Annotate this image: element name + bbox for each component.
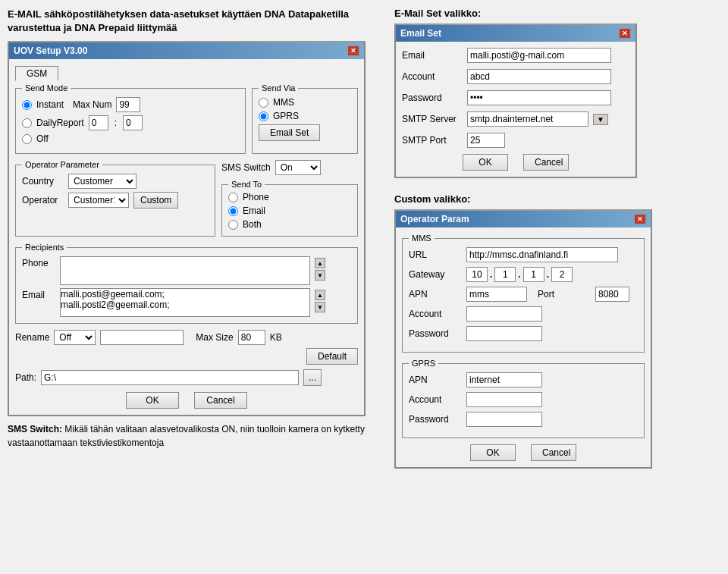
email-account-input[interactable] — [467, 69, 611, 84]
gprs-password-input[interactable] — [466, 412, 542, 427]
browse-button[interactable]: ... — [303, 369, 322, 386]
gprs-account-input[interactable] — [466, 392, 542, 407]
country-row: Country Customer — [22, 174, 209, 189]
url-label: URL — [409, 249, 462, 260]
recipients-email-row: Email ▲ ▼ — [22, 288, 351, 317]
phone-sendto-label: Phone — [243, 192, 269, 202]
port-label: Port — [538, 289, 591, 300]
off-radio[interactable] — [22, 134, 32, 144]
email-password-row: Password — [402, 90, 629, 105]
custom-section-title: Custom valikko: — [394, 193, 720, 205]
mms-row: MMS — [259, 97, 351, 108]
email-textarea[interactable] — [60, 288, 310, 317]
custom-button[interactable]: Custom — [133, 192, 178, 209]
custom-buttons: OK Cancel — [402, 444, 645, 461]
max-num-input[interactable] — [116, 97, 140, 112]
email-account-label: Account — [402, 71, 463, 82]
gprs-password-label: Password — [409, 414, 462, 425]
custom-password-row: Password — [409, 326, 638, 341]
apn-input[interactable] — [466, 287, 527, 302]
smtp-server-input[interactable] — [467, 111, 588, 127]
sms-switch-label: SMS Switch — [221, 162, 271, 173]
gateway-4-input[interactable] — [551, 267, 573, 282]
close-button[interactable]: ✕ — [347, 45, 359, 56]
email-set-close[interactable]: ✕ — [619, 28, 631, 39]
phone-radio[interactable] — [228, 193, 238, 202]
email-recipients-label: Email — [22, 290, 55, 300]
rename-input[interactable] — [100, 330, 184, 345]
custom-account-row: Account — [409, 306, 638, 322]
time-colon: : — [115, 118, 117, 128]
email-set-titlebar: Email Set ✕ — [396, 25, 635, 42]
smtp-dropdown-icon[interactable]: ▼ — [593, 114, 608, 125]
cancel-button[interactable]: Cancel — [194, 392, 247, 409]
email-email-input[interactable] — [467, 48, 611, 63]
path-input[interactable] — [41, 370, 299, 385]
scroll-down-icon[interactable]: ▼ — [315, 270, 325, 281]
gprs-row: GPRS — [259, 111, 351, 121]
gprs-apn-input[interactable] — [466, 372, 542, 387]
tab-gsm[interactable]: GSM — [15, 66, 58, 81]
email-password-input[interactable] — [467, 90, 611, 105]
mms-radio[interactable] — [259, 98, 268, 108]
custom-close[interactable]: ✕ — [634, 214, 646, 224]
rename-select[interactable]: Off — [54, 330, 96, 345]
gprs-apn-row: APN — [409, 372, 638, 387]
url-input[interactable] — [466, 247, 618, 262]
email-account-row: Account — [402, 69, 629, 84]
gateway-1-input[interactable] — [466, 267, 488, 282]
mms-account-label: Account — [409, 309, 462, 319]
custom-gateway-row: Gateway . . . — [409, 267, 638, 282]
scroll-up-icon[interactable]: ▲ — [315, 258, 325, 268]
email-set-window: Email Set ✕ Email Account Password — [394, 24, 637, 178]
email-scroll-down-icon[interactable]: ▼ — [315, 302, 325, 312]
mms-label: MMS — [273, 97, 294, 108]
phone-recipients-label: Phone — [22, 258, 55, 268]
max-size-input[interactable] — [238, 330, 265, 345]
gprs-password-row: Password — [409, 412, 638, 427]
phone-textarea[interactable] — [60, 256, 310, 285]
instant-label: Instant — [36, 99, 64, 110]
mms-account-input[interactable] — [466, 306, 542, 322]
smtp-server-label: SMTP Server — [402, 114, 463, 124]
email-smtp-port-row: SMTP Port — [402, 133, 629, 148]
off-label: Off — [36, 133, 49, 144]
custom-ok-button[interactable]: OK — [470, 444, 516, 461]
country-select[interactable]: Customer — [68, 174, 136, 189]
sms-switch-row: SMS Switch On — [221, 160, 358, 175]
daily-min-input[interactable] — [123, 115, 143, 130]
port-input[interactable] — [595, 287, 629, 302]
daily-radio[interactable] — [22, 118, 32, 128]
gateway-3-input[interactable] — [523, 267, 544, 282]
operator-select[interactable]: Customer1 — [68, 193, 129, 208]
daily-hour-input[interactable] — [89, 115, 108, 130]
mms-password-input[interactable] — [466, 326, 542, 341]
off-row: Off — [22, 133, 239, 144]
titlebar: UOV Setup V3.00 ✕ — [9, 42, 364, 59]
email-radio[interactable] — [228, 206, 238, 216]
gateway-dot-1: . — [490, 269, 492, 280]
recipients-group: Recipients Phone ▲ ▼ Email ▲ — [15, 243, 358, 324]
email-cancel-button[interactable]: Cancel — [523, 154, 569, 171]
email-scroll-up-icon[interactable]: ▲ — [315, 290, 325, 300]
tab-row: GSM — [15, 65, 358, 80]
both-radio[interactable] — [228, 220, 238, 230]
default-button[interactable]: Default — [306, 348, 358, 365]
gateway-dot-2: . — [518, 269, 520, 280]
country-label: Country — [22, 176, 64, 187]
gprs-label: GPRS — [273, 111, 299, 121]
gateway-2-input[interactable] — [494, 267, 516, 282]
footer-text: SMS Switch: Mikäli tähän valitaan alasve… — [8, 422, 379, 450]
email-scrollbar: ▲ ▼ — [315, 290, 325, 312]
smtp-port-input[interactable] — [467, 133, 505, 148]
rename-row: Rename Off Max Size KB — [15, 330, 358, 345]
email-set-button[interactable]: Email Set — [259, 124, 320, 141]
instant-radio[interactable] — [22, 100, 32, 110]
rename-label: Rename — [15, 332, 49, 343]
email-ok-button[interactable]: OK — [463, 154, 508, 171]
custom-cancel-button[interactable]: Cancel — [531, 444, 576, 461]
sms-switch-select[interactable]: On — [275, 160, 321, 175]
custom-apn-row: APN Port — [409, 287, 638, 302]
gprs-radio[interactable] — [259, 111, 268, 121]
ok-button[interactable]: OK — [126, 392, 179, 409]
